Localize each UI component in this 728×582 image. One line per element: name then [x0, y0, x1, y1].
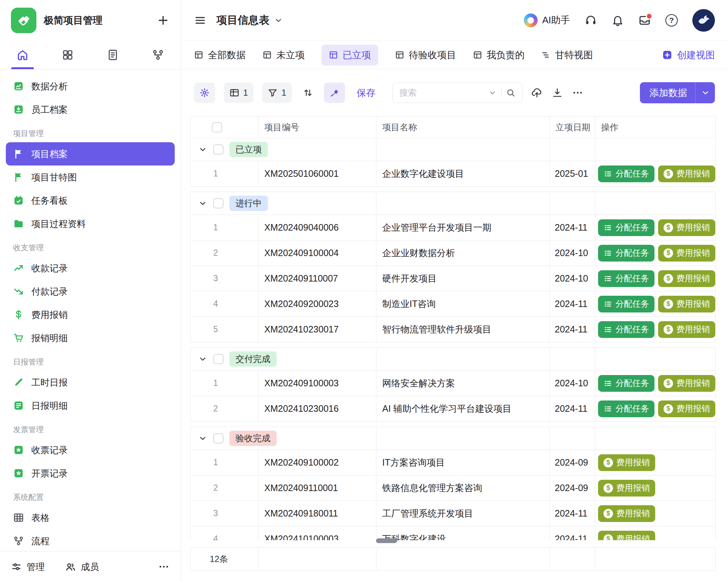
sidebar-item-payment-records[interactable]: 付款记录 [6, 280, 175, 303]
project-code-cell[interactable]: XM202410100003 [258, 526, 376, 540]
project-date-cell[interactable]: 2025-01 [550, 161, 595, 186]
view-tab-pending-acceptance[interactable]: 待验收项目 [395, 49, 456, 61]
project-date-cell[interactable]: 2024-11 [550, 215, 595, 240]
sidebar-item-project-process-docs[interactable]: 项目过程资料 [6, 212, 175, 235]
project-code-cell[interactable]: XM202409100002 [258, 450, 376, 475]
sidebar-tab-grid[interactable] [45, 41, 90, 69]
assign-task-button[interactable]: 分配任务 [598, 400, 654, 417]
sidebar-item-receipt-records[interactable]: 收款记录 [6, 256, 175, 280]
sidebar-tab-flow[interactable] [135, 41, 181, 69]
group-checkbox[interactable] [213, 144, 223, 155]
project-code-cell[interactable]: XM202410230016 [258, 396, 376, 421]
field-config-button[interactable]: 1 [224, 83, 253, 103]
view-tab-gantt-view[interactable]: 甘特视图 [541, 49, 593, 61]
expense-reimburse-button[interactable]: $费用报销 [658, 296, 715, 312]
view-tab-all-data[interactable]: 全部数据 [194, 49, 246, 61]
sidebar-item-invoice-issued[interactable]: 开票记录 [6, 462, 175, 485]
project-name-cell[interactable]: AI 辅助个性化学习平台建设项目 [376, 396, 550, 421]
expense-reimburse-button[interactable]: $费用报销 [658, 400, 715, 417]
table-row[interactable]: 2XM202409100004企业业财数据分析2024-10分配任务$费用报销 [191, 240, 715, 266]
sidebar-item-expense-reimburse[interactable]: 费用报销 [6, 303, 175, 326]
project-code-cell[interactable]: XM202501060001 [258, 161, 376, 186]
project-name-cell[interactable]: 企业业财数据分析 [376, 240, 550, 266]
filter-button[interactable]: 1 [262, 83, 292, 103]
project-date-cell[interactable]: 2024-11 [550, 501, 595, 526]
save-button[interactable]: 保存 [357, 87, 376, 99]
project-date-cell[interactable]: 2024-09 [550, 450, 595, 475]
project-date-cell[interactable]: 2024-10 [550, 266, 595, 291]
table-row[interactable]: 2XM202409110001铁路信息化管理方案咨询2024-09$费用报销 [191, 475, 715, 501]
page-title[interactable]: 项目信息表 [217, 13, 283, 28]
table-row[interactable]: 1XM202409100003网络安全解决方案2024-10分配任务$费用报销 [191, 370, 715, 396]
table-row[interactable]: 1XM202409040006企业管理平台开发项目一期2024-11分配任务$费… [191, 215, 715, 240]
project-name-cell[interactable]: 硬件开发项目 [376, 266, 550, 291]
sidebar-item-data-analysis[interactable]: 数据分析 [6, 75, 175, 98]
project-date-cell[interactable]: 2024-11 [550, 291, 595, 316]
column-header-name[interactable]: 项目名称 [376, 116, 550, 138]
project-date-cell[interactable]: 2024-11 [550, 317, 595, 342]
table-row[interactable]: 5XM202410230017智行物流管理软件升级项目2024-11分配任务$费… [191, 316, 715, 342]
upload-icon[interactable] [531, 87, 543, 99]
settings-button[interactable] [194, 83, 215, 103]
expense-reimburse-button[interactable]: $费用报销 [658, 375, 715, 392]
chevron-down-icon[interactable] [488, 88, 497, 97]
expense-reimburse-button[interactable]: $费用报销 [658, 166, 715, 182]
table-row[interactable]: 1XM202501060001企业数字化建设项目2025-01分配任务$费用报销 [191, 161, 715, 186]
sidebar-item-task-board[interactable]: 任务看板 [6, 189, 175, 212]
download-icon[interactable] [551, 87, 563, 99]
project-name-cell[interactable]: 铁路信息化管理方案咨询 [376, 475, 550, 501]
sidebar-item-work-hour-daily[interactable]: 工时日报 [6, 371, 175, 394]
project-name-cell[interactable]: 企业数字化建设项目 [376, 161, 550, 186]
assign-task-button[interactable]: 分配任务 [598, 166, 654, 182]
project-name-cell[interactable]: 万科数字化建设 [376, 526, 550, 540]
sidebar-item-employee-files[interactable]: 员工档案 [6, 98, 175, 121]
project-code-cell[interactable]: XM202409110007 [258, 266, 376, 291]
collapse-group-icon[interactable] [198, 354, 207, 364]
project-code-cell[interactable]: XM202409110001 [258, 475, 376, 501]
project-name-cell[interactable]: 工厂管理系统开发项目 [376, 501, 550, 526]
project-date-cell[interactable]: 2024-11 [550, 396, 595, 421]
avatar[interactable] [692, 9, 715, 32]
expense-reimburse-button[interactable]: $费用报销 [598, 505, 655, 522]
project-name-cell[interactable]: 网络安全解决方案 [376, 371, 550, 396]
more-options-icon[interactable] [158, 561, 170, 573]
project-code-cell[interactable]: XM202410230017 [258, 317, 376, 342]
project-date-cell[interactable]: 2024-10 [550, 240, 595, 266]
project-date-cell[interactable]: 2024-11 [550, 526, 595, 540]
sidebar-item-invoice-received[interactable]: 收票记录 [6, 438, 175, 462]
expense-reimburse-button[interactable]: $费用报销 [598, 454, 655, 471]
more-actions-icon[interactable] [572, 87, 583, 99]
view-tab-my-responsible[interactable]: 我负责的 [473, 49, 525, 61]
inbox-icon[interactable] [638, 14, 651, 27]
manage-button[interactable]: 管理 [11, 561, 45, 573]
menu-toggle-icon[interactable] [194, 14, 206, 27]
table-row[interactable]: 3XM202409180011工厂管理系统开发项目2024-11$费用报销 [191, 501, 715, 526]
project-date-cell[interactable]: 2024-09 [550, 475, 595, 501]
add-data-button[interactable]: 添加数据 [640, 82, 715, 103]
table-row[interactable]: 4XM202410100003万科数字化建设2024-11$费用报销 [191, 526, 715, 540]
project-date-cell[interactable]: 2024-10 [550, 371, 595, 396]
project-name-cell[interactable]: 制造业IT咨询 [376, 291, 550, 316]
sidebar-item-process[interactable]: 流程 [6, 529, 175, 551]
sort-button[interactable] [301, 83, 315, 103]
create-view-button[interactable]: 创建视图 [662, 49, 715, 61]
expense-reimburse-button[interactable]: $费用报销 [658, 321, 715, 338]
members-button[interactable]: 成员 [65, 561, 99, 573]
table-row[interactable]: 3XM202409110007硬件开发项目2024-10分配任务$费用报销 [191, 266, 715, 291]
table-row[interactable]: 1XM202409100002IT方案咨询项目2024-09$费用报销 [191, 450, 715, 475]
sidebar-item-reimburse-detail[interactable]: 报销明细 [6, 326, 175, 350]
assign-task-button[interactable]: 分配任务 [598, 321, 654, 338]
collapse-group-icon[interactable] [198, 434, 207, 443]
ai-assistant-button[interactable]: AI助手 [524, 13, 570, 27]
project-name-cell[interactable]: 智行物流管理软件升级项目 [376, 317, 550, 342]
sidebar-tab-doc[interactable] [90, 41, 135, 69]
group-checkbox[interactable] [213, 354, 223, 364]
project-code-cell[interactable]: XM202409200023 [258, 291, 376, 316]
assign-task-button[interactable]: 分配任务 [598, 375, 654, 392]
sidebar-item-project-gantt[interactable]: 项目甘特图 [6, 166, 175, 189]
view-tab-not-initiated[interactable]: 未立项 [262, 49, 305, 61]
search-input[interactable] [399, 88, 484, 98]
column-header-ops[interactable]: 操作 [595, 116, 715, 138]
project-name-cell[interactable]: IT方案咨询项目 [376, 450, 550, 475]
sidebar-item-tables[interactable]: 表格 [6, 506, 175, 529]
